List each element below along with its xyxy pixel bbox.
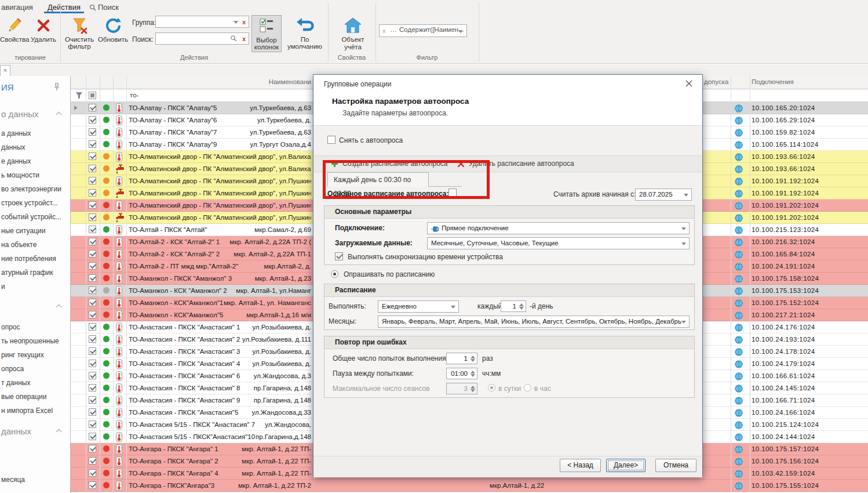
row-checkbox[interactable] [89, 299, 96, 306]
per-day-radio[interactable] [488, 384, 495, 392]
clear-group-icon[interactable]: x [242, 19, 246, 26]
tab-search[interactable]: Поиск [86, 1, 122, 13]
chevron-down-icon[interactable] [681, 321, 686, 324]
attempts-stepper[interactable]: 1 [446, 353, 477, 364]
table-row[interactable]: ТО-Ангара - ПКСК"Ангара"3мкр. Алтай-1, д… [71, 480, 868, 492]
tab-navigation[interactable]: авигация [0, 1, 37, 13]
row-checkbox[interactable] [89, 274, 96, 282]
default-button[interactable]: По умолчанию [283, 15, 327, 52]
sidebar-section-title[interactable]: о данных [1, 109, 38, 119]
refresh-button[interactable]: Обновить [96, 15, 130, 52]
archive-date-combo[interactable]: 28.07.2025 [635, 188, 692, 201]
row-checkbox[interactable] [89, 372, 96, 379]
row-checkbox[interactable] [89, 408, 96, 416]
sidebar-section-title[interactable]: данных [1, 426, 31, 436]
collapse-chevron-icon[interactable] [57, 429, 61, 433]
row-checkbox[interactable] [89, 384, 96, 392]
sidebar-item[interactable]: и [1, 282, 5, 291]
column-header-access[interactable]: допуска [704, 78, 728, 85]
row-checkbox[interactable] [89, 323, 96, 331]
execute-combo[interactable]: Ежедневно [378, 300, 459, 313]
row-checkbox[interactable] [89, 177, 96, 184]
next-button[interactable]: Далее> [606, 459, 645, 472]
stepper-arrows-icon[interactable] [471, 369, 476, 378]
sidebar-item[interactable]: атурный график [1, 269, 53, 277]
close-tab-button[interactable]: × [0, 65, 10, 76]
chevron-down-icon[interactable] [681, 242, 686, 245]
sidebar-item[interactable]: событий устройс... [1, 213, 61, 221]
loaded-data-combo[interactable]: Месячные, Суточные, Часовые, Текущие [427, 237, 690, 249]
row-checkbox[interactable] [89, 213, 96, 221]
per-hour-radio[interactable] [524, 384, 531, 392]
clear-search-icon[interactable]: x [242, 36, 246, 42]
create-schedule-button[interactable]: Создать расписание автоопроса [342, 160, 448, 168]
filter-condition-combo[interactable]: x … Содержит([Наимен... [379, 24, 467, 37]
sidebar-item[interactable]: месяца [1, 476, 25, 484]
row-checkbox[interactable] [89, 250, 96, 258]
row-checkbox[interactable] [89, 396, 96, 404]
tab-actions[interactable]: Действия [44, 1, 84, 13]
chevron-down-icon[interactable] [234, 21, 238, 24]
column-header-connections[interactable]: Подключения [752, 78, 794, 85]
sidebar-item[interactable]: ринг текущих [1, 351, 44, 359]
row-checkbox[interactable] [89, 433, 96, 440]
row-checkbox[interactable] [89, 262, 96, 270]
row-checkbox[interactable] [89, 226, 96, 233]
select-all-checkbox[interactable] [89, 92, 96, 99]
sidebar-item[interactable]: е данных [1, 157, 31, 165]
row-checkbox[interactable] [89, 238, 96, 245]
months-combo[interactable]: Январь, Февраль, Март, Апрель, Май, Июнь… [378, 316, 690, 328]
schedule-tab[interactable]: Каждый день с 00:30 по 23:59 [327, 172, 429, 187]
search-input[interactable]: x [155, 32, 249, 45]
pin-icon[interactable] [53, 83, 60, 93]
remove-autopoll-checkbox[interactable] [327, 136, 335, 144]
stepper-arrows-icon[interactable] [519, 302, 524, 311]
clear-filter-button[interactable]: Очистить фильтр [63, 15, 96, 52]
sidebar-item[interactable]: строек устройст... [1, 199, 58, 207]
row-checkbox[interactable] [89, 360, 96, 367]
row-checkbox[interactable] [89, 481, 96, 489]
row-checkbox[interactable] [89, 128, 96, 136]
row-checkbox[interactable] [89, 189, 96, 197]
sidebar-item[interactable]: ные ситуации [1, 227, 45, 235]
sidebar-item[interactable]: опроса [1, 365, 24, 373]
sidebar-item[interactable]: н импорта Excel [1, 407, 53, 415]
account-object-button[interactable]: Объект учёта [335, 15, 371, 52]
row-expander-icon[interactable] [74, 106, 78, 110]
sidebar-item[interactable]: на объекте [1, 241, 37, 249]
stepper-arrows-icon[interactable] [471, 354, 476, 363]
sidebar-item[interactable]: вые операции [1, 393, 46, 401]
max-sessions-stepper[interactable]: 3 [446, 383, 477, 394]
back-button[interactable]: < Назад [560, 459, 601, 472]
row-checkbox[interactable] [89, 140, 96, 148]
sync-time-checkbox[interactable] [335, 252, 343, 260]
sidebar-item[interactable]: а данных [1, 129, 31, 137]
cancel-button[interactable]: Отмена [655, 459, 696, 472]
sidebar-item[interactable]: опрос [1, 323, 20, 331]
group-combo[interactable]: x [155, 16, 249, 28]
collapse-chevron-icon[interactable] [57, 304, 61, 309]
connection-combo[interactable]: Прямое подключение [427, 222, 690, 234]
chevron-down-icon[interactable] [458, 30, 463, 33]
row-checkbox[interactable] [89, 335, 96, 343]
chevron-down-icon[interactable] [681, 227, 686, 230]
dialog-close-icon[interactable] [685, 79, 693, 88]
collapse-chevron-icon[interactable] [57, 111, 61, 116]
delete-schedule-button[interactable]: Удалить расписание автоопроса [469, 160, 574, 168]
row-checkbox[interactable] [89, 153, 96, 160]
properties-button[interactable]: Свойства [0, 15, 28, 52]
remove-filter-icon[interactable]: x [382, 27, 386, 34]
sidebar-item[interactable]: данных [1, 143, 25, 151]
delete-button[interactable]: Удалить [28, 15, 59, 52]
every-day-stepper[interactable]: 1 [501, 300, 526, 312]
chevron-down-icon[interactable] [684, 194, 688, 197]
sidebar-item[interactable]: ние потребления [1, 255, 56, 263]
row-checkbox[interactable] [89, 104, 96, 111]
row-checkbox[interactable] [89, 201, 96, 209]
filter-more-icon[interactable]: … [390, 26, 397, 34]
name-filter-value[interactable]: то- [130, 92, 138, 99]
poll-by-schedule-radio[interactable] [331, 270, 338, 278]
main-schedule-checkbox[interactable] [448, 188, 457, 197]
sidebar-item[interactable]: ь мощности [1, 171, 39, 179]
stepper-arrows-icon[interactable] [471, 385, 476, 393]
